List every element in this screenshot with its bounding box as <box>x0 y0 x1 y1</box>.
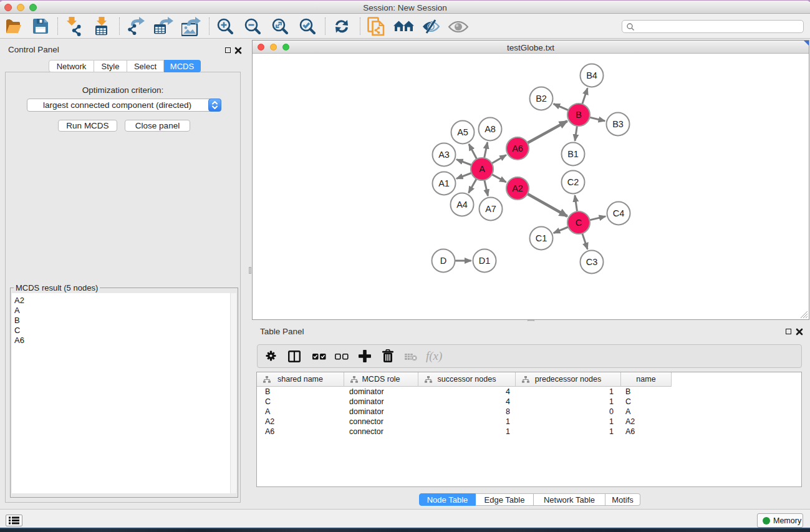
svg-text:C2: C2 <box>567 177 579 187</box>
svg-text:A5: A5 <box>457 127 468 137</box>
svg-text:A6: A6 <box>512 143 523 153</box>
svg-text:A: A <box>479 164 485 174</box>
svg-text:C3: C3 <box>586 257 598 267</box>
svg-text:A8: A8 <box>485 124 496 134</box>
svg-text:A7: A7 <box>485 204 496 214</box>
svg-text:A2: A2 <box>512 183 523 193</box>
svg-text:B: B <box>576 110 582 120</box>
svg-text:C4: C4 <box>613 208 625 218</box>
svg-text:D: D <box>440 256 446 266</box>
svg-text:A1: A1 <box>438 178 450 188</box>
svg-text:C1: C1 <box>536 233 547 243</box>
svg-text:B4: B4 <box>586 70 597 80</box>
svg-text:D1: D1 <box>479 256 491 266</box>
svg-text:B1: B1 <box>567 149 579 159</box>
svg-text:C: C <box>576 218 582 228</box>
svg-text:A3: A3 <box>438 150 450 160</box>
svg-text:B3: B3 <box>612 119 624 129</box>
svg-text:A4: A4 <box>456 200 468 210</box>
svg-text:B2: B2 <box>536 94 547 104</box>
